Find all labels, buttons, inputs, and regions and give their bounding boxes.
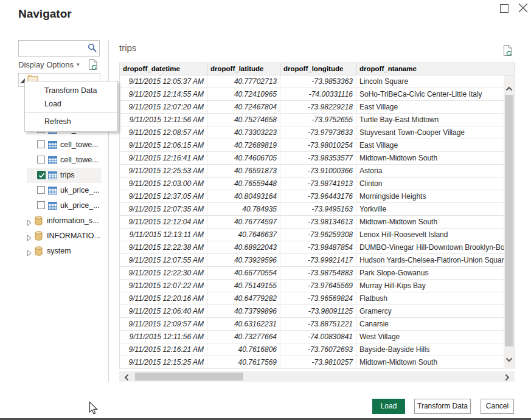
expand-arrow-icon[interactable] <box>27 218 32 229</box>
column-header-dropoff-ntaname[interactable]: dropoff_ntaname <box>356 63 515 75</box>
close-icon[interactable] <box>518 2 529 13</box>
table-row: 9/11/2015 12:11:56 AM40.75274658-73.9752… <box>120 114 515 126</box>
cell-dropoff-longitude: -73.96443176 <box>280 190 356 202</box>
horizontal-scrollbar[interactable] <box>119 371 515 382</box>
tree-item-cell-towe[interactable]: cell_towe... <box>27 153 102 168</box>
tree-item-label: trips <box>60 171 75 179</box>
cell-dropoff-latitude: 40.73799896 <box>207 305 280 317</box>
cell-dropoff-ntaname: Murray Hill-Kips Bay <box>356 280 515 292</box>
cell-dropoff-longitude: -73.9853363 <box>280 75 356 88</box>
tree-item-information-s[interactable]: information_s... <box>27 213 102 229</box>
cell-dropoff-ntaname: Bayside-Bayside Hills <box>356 343 515 356</box>
search-box[interactable] <box>18 40 100 57</box>
table-row: 9/11/2015 12:05:37 AM40.77702713-73.9853… <box>120 75 515 88</box>
chevron-down-icon: ▾ <box>77 61 80 67</box>
checkbox[interactable] <box>37 171 45 179</box>
cell-dropoff-latitude: 40.73929596 <box>207 254 280 266</box>
cell-dropoff-latitude: 40.73303223 <box>207 126 280 139</box>
cell-dropoff-datetime: 9/11/2015 12:25:53 AM <box>120 165 207 177</box>
scroll-right-icon[interactable] <box>505 373 510 384</box>
transform-data-button[interactable]: Transform Data <box>414 399 471 414</box>
display-options-label: Display Options <box>18 60 74 69</box>
menu-item-refresh[interactable]: Refresh <box>25 115 117 128</box>
cell-dropoff-longitude: -73.99921417 <box>280 254 356 266</box>
cell-dropoff-longitude: -73.98487854 <box>280 241 356 253</box>
cell-dropoff-longitude: -73.9752655 <box>280 114 356 126</box>
cell-dropoff-datetime: 9/11/2015 12:15:25 AM <box>120 356 207 368</box>
cell-dropoff-datetime: 9/11/2015 12:16:41 AM <box>120 152 207 164</box>
database-icon <box>35 216 43 228</box>
refresh-preview-icon[interactable] <box>502 44 513 59</box>
cell-dropoff-ntaname: Midtown-Midtown South <box>356 152 515 164</box>
search-icon[interactable] <box>88 43 97 55</box>
expand-arrow-icon[interactable] <box>27 248 32 259</box>
cell-dropoff-longitude: -73.91000366 <box>280 165 356 177</box>
horizontal-scroll-thumb[interactable] <box>135 373 243 380</box>
cell-dropoff-latitude: 40.77702713 <box>207 75 280 88</box>
search-input[interactable] <box>21 42 87 55</box>
table-row: 9/11/2015 12:06:40 AM40.73799896-73.9809… <box>120 305 515 318</box>
vertical-scroll-thumb[interactable] <box>505 95 513 346</box>
table-row: 9/11/2015 12:11:56 AM40.73277664-74.0083… <box>120 331 515 343</box>
display-options-dropdown[interactable]: Display Options▾ <box>18 60 80 69</box>
cell-dropoff-ntaname: Lenox Hill-Roosevelt Island <box>356 229 515 241</box>
checkbox[interactable] <box>37 201 45 209</box>
cancel-button[interactable]: Cancel <box>481 399 514 414</box>
checkbox[interactable] <box>37 186 45 194</box>
table-row: 9/11/2015 12:37:05 AM40.80493164-73.9644… <box>120 190 515 203</box>
cell-dropoff-datetime: 9/11/2015 12:13:11 AM <box>120 229 207 241</box>
table-header-row: dropoff_datetimedropoff_latitudedropoff_… <box>120 63 515 75</box>
table-icon <box>48 171 57 182</box>
cell-dropoff-latitude: 40.66770554 <box>207 267 280 279</box>
tree-item-trips[interactable]: trips <box>27 168 102 183</box>
table-icon <box>48 156 57 167</box>
cell-dropoff-latitude: 40.63162231 <box>207 318 280 330</box>
cell-dropoff-ntaname: Stuyvesant Town-Cooper Village <box>356 126 515 139</box>
checkbox[interactable] <box>37 156 45 164</box>
maximize-icon[interactable] <box>500 4 508 13</box>
column-header-dropoff-datetime[interactable]: dropoff_datetime <box>120 63 207 75</box>
cell-dropoff-ntaname: Yorkville <box>356 203 515 215</box>
tree-item-cell-towe[interactable]: cell_towe... <box>27 137 102 153</box>
tree-item-uk-price[interactable]: uk_price_... <box>27 183 102 198</box>
cell-dropoff-datetime: 9/11/2015 12:22:30 AM <box>120 267 207 279</box>
navigator-tree: cell_towe...cell_towe...cell_towe...trip… <box>27 122 102 259</box>
tree-item-label: INFORMATIO... <box>47 232 100 240</box>
table-row: 9/11/2015 12:16:41 AM40.74606705-73.9835… <box>120 152 515 165</box>
cell-dropoff-ntaname: Park Slope-Gowanus <box>356 267 515 279</box>
table-row: 9/11/2015 12:06:15 AM40.72689819-73.9801… <box>120 139 515 152</box>
tree-item-label: cell_towe... <box>60 156 99 164</box>
cell-dropoff-latitude: 40.75149155 <box>207 280 280 292</box>
cell-dropoff-datetime: 9/11/2015 12:09:57 AM <box>120 318 207 330</box>
cell-dropoff-latitude: 40.72467804 <box>207 101 280 113</box>
refresh-schema-icon[interactable] <box>88 58 99 73</box>
load-button[interactable]: Load <box>372 399 405 414</box>
tree-item-system[interactable]: system <box>27 244 102 259</box>
cell-dropoff-datetime: 9/11/2015 12:37:05 AM <box>120 190 207 202</box>
cell-dropoff-ntaname: Morningside Heights <box>356 190 515 202</box>
cell-dropoff-ntaname: Clinton <box>356 177 515 190</box>
column-header-dropoff-latitude[interactable]: dropoff_latitude <box>207 63 280 75</box>
checkbox[interactable] <box>37 140 45 148</box>
cell-dropoff-latitude: 40.7616806 <box>207 343 280 356</box>
scroll-down-icon[interactable] <box>505 354 513 365</box>
cell-dropoff-latitude: 40.76559448 <box>207 177 280 190</box>
tree-item-uk-price[interactable]: uk_price_... <box>27 198 102 213</box>
cell-dropoff-longitude: -73.97645569 <box>280 280 356 292</box>
column-header-dropoff-longitude[interactable]: dropoff_longitude <box>280 63 356 75</box>
scroll-up-icon[interactable] <box>505 83 513 94</box>
menu-item-load[interactable]: Load <box>25 97 117 111</box>
expand-arrow-icon[interactable] <box>27 233 32 244</box>
cell-dropoff-datetime: 9/11/2015 12:07:20 AM <box>120 101 207 113</box>
table-row: 9/11/2015 12:12:04 AM40.76774597-73.9813… <box>120 216 515 229</box>
cell-dropoff-ntaname: Gramercy <box>356 305 515 317</box>
cell-dropoff-ntaname: Astoria <box>356 165 515 177</box>
scroll-left-icon[interactable] <box>124 373 129 384</box>
cell-dropoff-ntaname: SoHo-TriBeCa-Civic Center-Little Italy <box>356 88 515 100</box>
vertical-scrollbar[interactable] <box>504 75 515 369</box>
mouse-cursor <box>89 401 99 418</box>
cell-dropoff-longitude: -73.96259308 <box>280 229 356 241</box>
menu-item-transform-data[interactable]: Transform Data <box>25 84 117 97</box>
tree-item-informatio[interactable]: INFORMATIO... <box>27 229 102 244</box>
cell-dropoff-latitude: 40.64779282 <box>207 292 280 305</box>
